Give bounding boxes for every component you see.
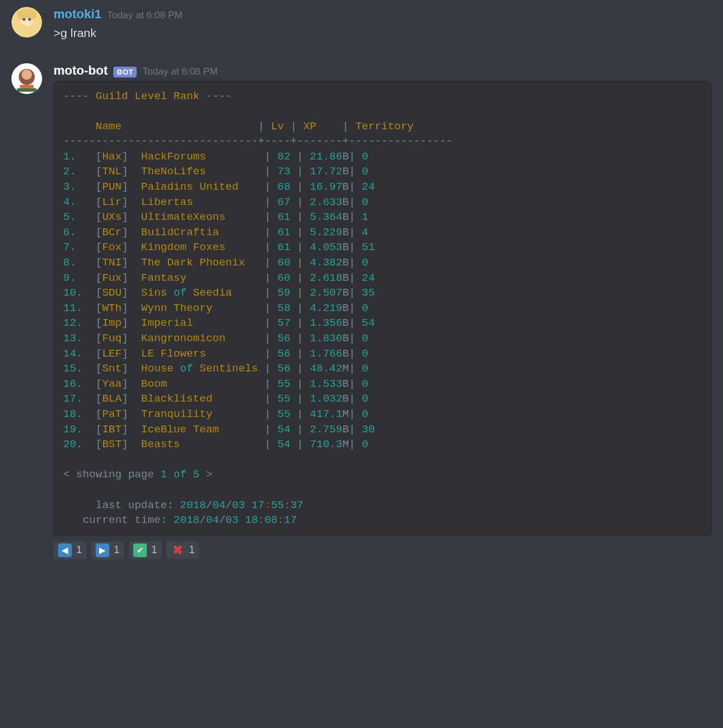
message-text: >g lrank [54,24,712,42]
check-icon: ✔ [133,543,147,557]
arrow-left-icon: ◀ [58,543,72,557]
x-icon: ✖ [171,543,184,557]
avatar[interactable] [11,7,42,38]
reaction-count: 1 [189,544,195,556]
code-block: ---- Guild Level Rank ---- Name | Lv | X… [54,81,712,535]
svg-point-6 [22,69,32,80]
avatar[interactable] [11,63,42,94]
message: moto-bot BOT Today at 6:08 PM ---- Guild… [0,54,723,564]
reaction-count: 1 [76,544,82,556]
svg-point-2 [23,18,26,21]
timestamp: Today at 6:08 PM [142,66,217,77]
reaction-count: 1 [114,544,120,556]
reaction-next[interactable]: ▶ 1 [91,541,124,559]
bot-tag: BOT [113,67,137,77]
reactions: ◀ 1 ▶ 1 ✔ 1 ✖ 1 [54,541,712,559]
reaction-confirm[interactable]: ✔ 1 [129,541,162,559]
username[interactable]: motoki1 [54,7,101,22]
message: motoki1 Today at 6:08 PM >g lrank [0,0,723,54]
svg-rect-8 [17,88,36,92]
username[interactable]: moto-bot [54,63,108,78]
reaction-prev[interactable]: ◀ 1 [54,541,87,559]
timestamp: Today at 6:08 PM [107,10,182,21]
reaction-count: 1 [151,544,157,556]
svg-point-3 [28,18,31,21]
arrow-right-icon: ▶ [96,543,109,557]
reaction-cancel[interactable]: ✖ 1 [166,541,199,559]
